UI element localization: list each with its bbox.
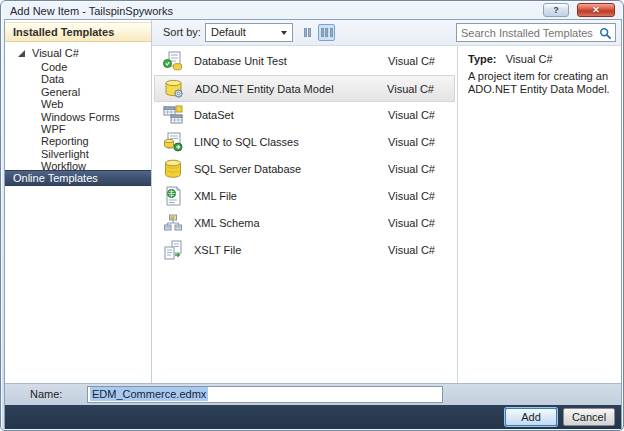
template-item-selected[interactable]: ADO.NET Entity Data Model Visual C# [154, 75, 455, 102]
chevron-down-icon [281, 31, 287, 35]
sidebar-item-silverlight[interactable]: Silverlight [5, 148, 151, 160]
small-icons-view-icon[interactable] [318, 24, 335, 41]
entity-data-model-icon [163, 78, 185, 100]
database-unit-test-icon [162, 50, 184, 72]
name-label: Name: [30, 388, 62, 400]
sidebar-item-data[interactable]: Data [5, 73, 151, 85]
template-list: Database Unit Test Visual C# ADO.NET Ent… [152, 46, 457, 383]
template-type: Type: Visual C# [468, 53, 553, 65]
medium-icons-view-icon[interactable] [299, 24, 316, 41]
name-row: Name: EDM_Commerce.edmx [5, 383, 621, 405]
template-item[interactable]: XML File Visual C# [154, 183, 455, 210]
xml-file-icon [162, 185, 184, 207]
expanded-triangle-icon[interactable] [18, 50, 25, 57]
template-description: A project item for creating an ADO.NET E… [468, 70, 618, 96]
dataset-icon [162, 104, 184, 126]
template-item[interactable]: LINQ to SQL Classes Visual C# [154, 129, 455, 156]
add-button[interactable]: Add [505, 408, 557, 426]
template-item[interactable]: DataSet Visual C# [154, 102, 455, 129]
title-bar[interactable]: Add New Item - TailspinSpyworks ? ✕ [3, 3, 621, 19]
online-templates-header[interactable]: Online Templates [5, 170, 151, 186]
name-value-selected-text: EDM_Commerce.edmx [90, 387, 208, 401]
search-box[interactable] [456, 23, 616, 42]
template-details-panel: Type: Visual C# A project item for creat… [457, 46, 621, 383]
sort-by-label: Sort by: [163, 26, 201, 38]
type-value: Visual C# [506, 53, 553, 65]
sidebar-item-general[interactable]: General [5, 86, 151, 98]
template-item[interactable]: Database Unit Test Visual C# [154, 48, 455, 75]
installed-templates-tree: Visual C# Code Data General Web Windows … [5, 47, 151, 173]
sidebar-item-web[interactable]: Web [5, 98, 151, 110]
search-input[interactable] [461, 25, 595, 40]
template-item[interactable]: XSLT File Visual C# [154, 237, 455, 264]
template-item[interactable]: SQL Server Database Visual C# [154, 156, 455, 183]
sidebar-item-code[interactable]: Code [5, 61, 151, 73]
linq-to-sql-icon [162, 131, 184, 153]
installed-templates-header[interactable]: Installed Templates [5, 22, 151, 42]
window-title: Add New Item - TailspinSpyworks [10, 5, 173, 17]
close-icon[interactable]: ✕ [577, 3, 615, 17]
add-new-item-dialog: Add New Item - TailspinSpyworks ? ✕ Inst… [0, 0, 624, 431]
dialog-body: Installed Templates Visual C# Code Data … [4, 19, 622, 429]
sidebar-item-reporting[interactable]: Reporting [5, 135, 151, 147]
search-icon[interactable] [599, 26, 612, 44]
help-icon[interactable]: ? [543, 3, 569, 17]
sort-dropdown[interactable]: Default [205, 23, 293, 42]
templates-sidebar: Installed Templates Visual C# Code Data … [5, 20, 152, 383]
template-item[interactable]: XML Schema Visual C# [154, 210, 455, 237]
type-label: Type: [468, 53, 497, 65]
xslt-file-icon [162, 239, 184, 261]
sidebar-item-windows-forms[interactable]: Windows Forms [5, 111, 151, 123]
dialog-footer: Add Cancel [5, 405, 621, 429]
sidebar-item-visual-csharp[interactable]: Visual C# [5, 47, 151, 61]
xml-schema-icon [162, 212, 184, 234]
sidebar-item-wpf[interactable]: WPF [5, 123, 151, 135]
sql-server-database-icon [162, 158, 184, 180]
cancel-button[interactable]: Cancel [563, 408, 615, 426]
name-input[interactable]: EDM_Commerce.edmx [87, 386, 443, 403]
sort-search-strip: Sort by: Default [152, 20, 621, 46]
